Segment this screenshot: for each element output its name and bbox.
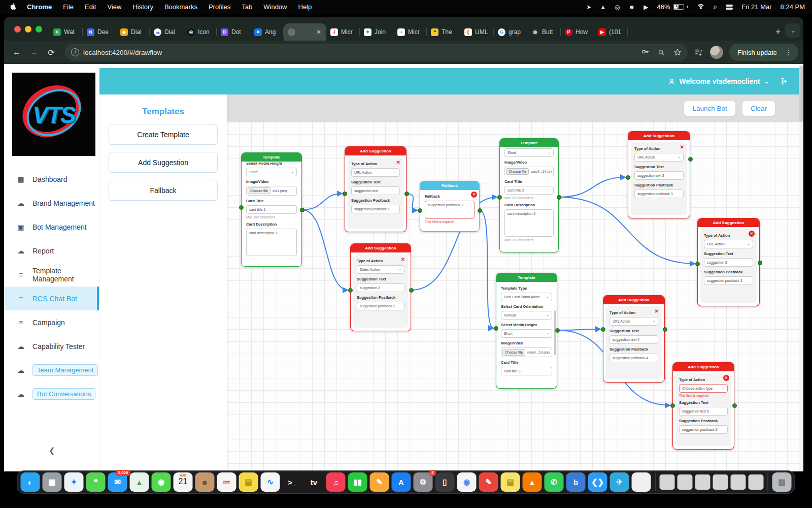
select-field[interactable]: Short⌄ [246,168,297,176]
text-input[interactable]: suggestion postback 3 [634,189,684,198]
select-field[interactable]: Choose action type⌄ [679,384,728,393]
wifi-icon[interactable] [697,4,705,10]
file-input[interactable]: Choose fileuwp4...14.png [504,167,554,176]
port-in-as1[interactable] [343,192,347,196]
close-window-button[interactable] [14,26,21,33]
dock-terminal-icon[interactable]: >_ [283,472,302,492]
text-input[interactable]: suggestion postback 2 [357,302,404,310]
new-tab-button[interactable]: + [771,25,785,39]
menu-window[interactable]: Window [258,3,292,11]
browser-tab-11[interactable]: ◗Micr [393,23,427,41]
dock-music-icon[interactable]: ♫ [326,472,346,492]
tab-search-button[interactable]: ⌄ [785,23,800,38]
text-input[interactable]: card title 1 [246,205,297,214]
spotlight-search-icon[interactable]: ⌕ [714,3,718,11]
port-out-t2[interactable] [557,195,561,200]
browser-tab-12[interactable]: ❝The [427,23,460,41]
sidebar-item-campaign[interactable]: ≡Campaign [4,310,99,334]
browser-tab-4[interactable]: ☁Dial [150,23,183,41]
user-menu[interactable]: Welcome vtsdemoclient ⌄ [668,77,769,85]
dock-minimized-window-4[interactable] [713,474,728,490]
textarea-field[interactable]: suggestion postback 1 [425,201,475,219]
file-input[interactable]: Choose fileuwp4...14.png [501,347,552,357]
zoom-window-button[interactable] [36,26,42,33]
battery-indicator[interactable]: 46% ϟ [657,3,688,11]
close-icon[interactable]: ✕ [680,144,684,150]
browser-tab-7[interactable]: ✕Ang [250,23,284,41]
node-t1[interactable]: TemplateSelect Media HeightShort⌄Image/V… [241,152,302,267]
browser-tab-13[interactable]: ❮UML [460,23,494,41]
finish-update-button[interactable]: Finish update ⋮ [729,44,798,61]
menu-profiles[interactable]: Profiles [203,3,236,11]
dock-minimized-window-1[interactable] [660,474,675,490]
browser-tab-5[interactable]: ◎Icon [183,23,217,41]
dock-whatsapp-icon[interactable]: ✆ [545,472,564,492]
dock-finder-icon[interactable]: ◐ [21,472,40,492]
port-out-as5[interactable] [663,327,667,332]
select-field[interactable]: Short⌄ [504,148,554,157]
sidebar-item-capability-tester[interactable]: ☁Capability Tester [4,334,99,358]
dock-stickies-icon[interactable]: ▤ [501,472,520,492]
text-input[interactable]: suggestion 2 [357,283,404,292]
launch-bot-button[interactable]: Launch Bot [684,101,735,116]
select-field[interactable]: Dialer Action⌄ [357,265,404,274]
zoom-lens-icon[interactable] [658,49,665,56]
browser-tab-15[interactable]: ◍Butt [527,23,561,41]
port-out-as1[interactable] [404,192,409,196]
port-in-as5[interactable] [601,327,605,332]
close-icon[interactable]: ✕ [749,231,755,237]
choose-file-button[interactable]: Choose file [248,187,270,194]
dock-minimized-window-6[interactable] [749,474,764,490]
browser-menu-icon[interactable]: ⋮ [782,48,795,56]
page-scrollbar[interactable] [799,64,803,471]
menu-view[interactable]: View [101,3,127,11]
dock-minimized-window-2[interactable] [678,474,693,490]
dock-settings-icon[interactable]: ⚙2 [414,472,433,492]
sidebar-item-team-management[interactable]: ☁Team Management [4,358,99,382]
logout-icon[interactable] [780,77,789,85]
menu-edit[interactable]: Edit [79,3,101,11]
browser-tab-1[interactable]: KWat [49,23,83,41]
dock-launchpad-icon[interactable]: ▦ [43,472,62,492]
browser-tab-3[interactable]: ◆Dial [116,23,150,41]
dock-facetime-icon[interactable]: ◉ [152,472,171,492]
choose-file-button[interactable]: Choose file [502,349,525,356]
browser-tab-2[interactable]: NDee [83,23,116,41]
media-controls-icon[interactable] [694,48,704,57]
port-in-t2[interactable] [497,195,502,200]
dock-telegram-icon[interactable]: ✈ [610,472,629,492]
clear-button[interactable]: Clear [742,101,775,116]
dock-white-app-icon[interactable] [632,472,651,492]
fallback-button[interactable]: Fallback [109,180,218,201]
sidebar-item-bot-management[interactable]: ▣Bot Management [4,215,99,239]
browser-tab-8[interactable]: ◔✕ [284,23,326,41]
select-field[interactable]: Rich Card Stand Alone⌄ [501,293,552,301]
account-icon[interactable]: ☻ [629,4,635,11]
dock-vlc-icon[interactable]: ▲ [523,472,542,492]
menubar-app-name[interactable]: Chrome [21,3,57,11]
browser-tab-9[interactable]: JMicr [326,23,360,41]
create-template-button[interactable]: Create Template [109,124,218,145]
dock-iphone-mirroring-icon[interactable]: ▯ [435,472,455,492]
location-icon[interactable]: ➤ [586,4,591,11]
port-in-as2[interactable] [348,288,353,293]
minimize-window-button[interactable] [25,26,31,33]
close-icon[interactable]: ✕ [396,160,400,165]
select-field[interactable]: URL Action⌄ [634,153,684,162]
password-key-icon[interactable] [641,48,650,56]
node-fb[interactable]: Fallback✕Fallbacksuggestion postback 1Th… [420,181,480,232]
dock-calendar-icon[interactable]: MAR21 [174,472,193,492]
dock-mail-icon[interactable]: ✉2,020 [108,472,127,492]
port-in-as6[interactable] [670,403,675,408]
dock-trash-icon[interactable]: ▥ [772,472,792,492]
select-field[interactable]: Short⌄ [501,329,552,338]
close-icon[interactable]: ✕ [655,308,659,314]
port-out-as2[interactable] [409,288,414,293]
dock-safari-icon[interactable]: ✦ [64,472,84,492]
port-in-as4[interactable] [695,262,700,266]
sidebar-collapse-button[interactable]: ❮ [49,446,55,455]
play-circle-icon[interactable]: ▶ [644,4,648,11]
node-t3[interactable]: TemplateTemplate TypeRich Card Stand Alo… [496,273,557,389]
profile-avatar[interactable] [710,46,723,59]
forward-button[interactable]: → [26,45,42,60]
